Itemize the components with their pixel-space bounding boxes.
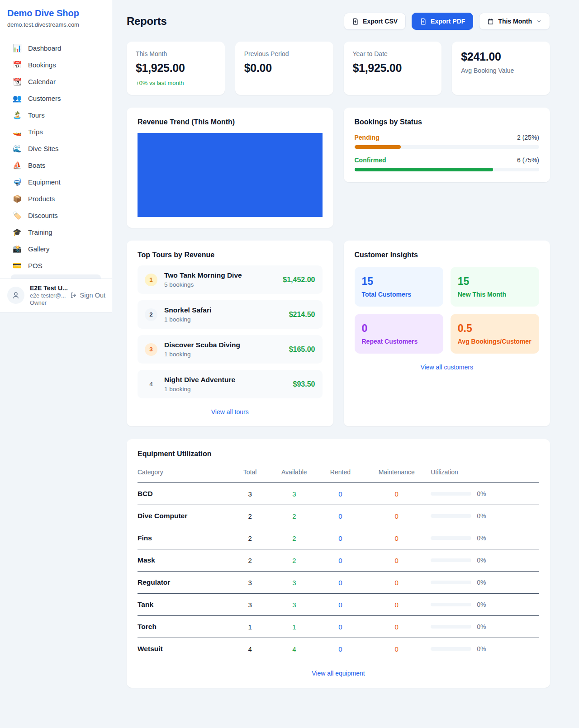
diving-mask-icon: 🤿 [13, 178, 22, 186]
cell-total: 2 [230, 505, 270, 527]
graduation-cap-icon: 🎓 [13, 228, 22, 236]
calendar-date-icon: 📅 [13, 61, 22, 69]
customer-insights-card: Customer Insights 15 Total Customers 15 … [344, 241, 551, 426]
sidebar-item-label: Trips [28, 128, 43, 136]
table-row: Tank 3 3 0 0 0% [138, 594, 539, 616]
utilization-bar [431, 536, 471, 540]
status-bar-fill [355, 168, 493, 171]
sidebar-item-discounts[interactable]: 🏷️ Discounts [5, 207, 106, 224]
utilization-percent: 0% [477, 601, 486, 608]
cell-rented: 0 [318, 594, 363, 616]
rank-badge: 1 [145, 274, 157, 286]
tile-label: Repeat Customers [362, 338, 436, 345]
cell-rented: 0 [318, 572, 363, 594]
top-tours-card: Top Tours by Revenue 1 Two Tank Morning … [127, 241, 333, 426]
tile-label: Total Customers [362, 291, 436, 298]
sign-out-button[interactable]: Sign Out [70, 292, 105, 299]
sidebar-item-training[interactable]: 🎓 Training [5, 224, 106, 241]
cell-maintenance: 0 [362, 549, 431, 572]
sidebar-item-label: Calendar [28, 78, 56, 85]
column-header-rented: Rented [318, 464, 363, 483]
column-header-category: Category [138, 464, 230, 483]
sidebar-item-trips[interactable]: 🚤 Trips [5, 123, 106, 140]
tile-value: 15 [362, 275, 436, 288]
sidebar-item-equipment[interactable]: 🤿 Equipment [5, 174, 106, 190]
utilization-bar [431, 603, 471, 606]
sidebar-item-calendar[interactable]: 📆 Calendar [5, 73, 106, 90]
cell-maintenance: 0 [362, 572, 431, 594]
table-row: Dive Computer 2 2 0 0 0% [138, 505, 539, 527]
camera-icon: 📸 [13, 245, 22, 253]
tile-new-this-month: 15 New This Month [451, 267, 539, 307]
cell-maintenance: 0 [362, 483, 431, 505]
export-csv-button[interactable]: Export CSV [344, 13, 406, 30]
sidebar-item-customers[interactable]: 👥 Customers [5, 90, 106, 107]
view-all-customers-link[interactable]: View all customers [355, 364, 540, 371]
user-meta: E2E Test U... e2e-tester@... Owner [30, 284, 65, 306]
sidebar-item-reports-partial[interactable] [11, 274, 101, 279]
page-title: Reports [127, 15, 167, 28]
cell-rented: 0 [318, 527, 363, 549]
stat-card-year-to-date: Year to Date $1,925.00 [344, 42, 442, 95]
period-dropdown[interactable]: This Month [479, 13, 550, 30]
tour-bookings: 1 booking [164, 351, 240, 358]
cell-total: 3 [230, 594, 270, 616]
cell-category: Regulator [138, 572, 230, 594]
table-row: Wetsuit 4 4 0 0 0% [138, 638, 539, 660]
revenue-trend-title: Revenue Trend (This Month) [138, 118, 323, 126]
stat-delta: +0% vs last month [136, 80, 216, 86]
sidebar-item-products[interactable]: 📦 Products [5, 190, 106, 207]
stat-label: Avg Booking Value [461, 67, 541, 74]
status-row-confirmed: Confirmed 6 (75%) [355, 156, 540, 171]
sidebar-item-gallery[interactable]: 📸 Gallery [5, 241, 106, 257]
stat-label: Year to Date [353, 50, 433, 57]
utilization-percent: 0% [477, 512, 486, 520]
sidebar-item-tours[interactable]: 🏝️ Tours [5, 107, 106, 123]
stat-card-previous-period: Previous Period $0.00 [235, 42, 333, 95]
sidebar-item-boats[interactable]: ⛵ Boats [5, 157, 106, 174]
table-header-row: Category Total Available Rented Maintena… [138, 464, 539, 483]
sidebar-item-label: Boats [28, 161, 45, 169]
tour-row: 3 Discover Scuba Diving 1 booking $165.0… [138, 335, 323, 364]
status-row-pending: Pending 2 (25%) [355, 134, 540, 149]
status-label: Confirmed [355, 156, 386, 164]
table-row: Fins 2 2 0 0 0% [138, 527, 539, 549]
sidebar-item-label: Tours [28, 111, 45, 119]
rank-badge: 4 [145, 378, 157, 391]
cell-rented: 0 [318, 483, 363, 505]
customer-insights-title: Customer Insights [355, 251, 540, 259]
sidebar-item-bookings[interactable]: 📅 Bookings [5, 57, 106, 73]
wave-icon: 🌊 [13, 144, 22, 153]
export-pdf-button[interactable]: Export PDF [412, 13, 473, 30]
tile-value: 0 [362, 322, 436, 335]
tile-total-customers: 15 Total Customers [355, 267, 443, 307]
sidebar: Demo Dive Shop demo.test.divestreams.com… [0, 0, 112, 313]
cell-available: 3 [270, 483, 318, 505]
tour-amount: $214.50 [289, 311, 315, 319]
package-icon: 📦 [13, 194, 22, 203]
tour-amount: $93.50 [293, 380, 315, 388]
stat-value: $1,925.00 [136, 61, 216, 75]
utilization-bar [431, 558, 471, 562]
sidebar-item-label: Products [28, 195, 55, 203]
sidebar-item-label: POS [28, 262, 43, 269]
cell-maintenance: 0 [362, 616, 431, 638]
top-tours-title: Top Tours by Revenue [138, 251, 323, 259]
stat-cards-row: This Month $1,925.00 +0% vs last month P… [127, 42, 550, 95]
sidebar-item-pos[interactable]: 💳 POS [5, 257, 106, 274]
view-all-equipment-link[interactable]: View all equipment [138, 670, 539, 677]
stat-value: $241.00 [461, 50, 541, 63]
view-all-tours-link[interactable]: View all tours [138, 408, 323, 416]
sidebar-item-label: Discounts [28, 212, 58, 219]
user-email: e2e-tester@... [30, 293, 65, 299]
sidebar-item-dashboard[interactable]: 📊 Dashboard [5, 40, 106, 57]
bookings-by-status-card: Bookings by Status Pending 2 (25%) Confi… [344, 108, 551, 182]
utilization-bar [431, 492, 471, 496]
shop-name: Demo Dive Shop [7, 8, 104, 19]
sailboat-icon: ⛵ [13, 161, 22, 170]
tag-icon: 🏷️ [13, 211, 22, 220]
utilization-bar [431, 647, 471, 651]
sidebar-item-label: Gallery [28, 245, 50, 253]
table-row: Mask 2 2 0 0 0% [138, 549, 539, 572]
sidebar-item-dive-sites[interactable]: 🌊 Dive Sites [5, 140, 106, 157]
